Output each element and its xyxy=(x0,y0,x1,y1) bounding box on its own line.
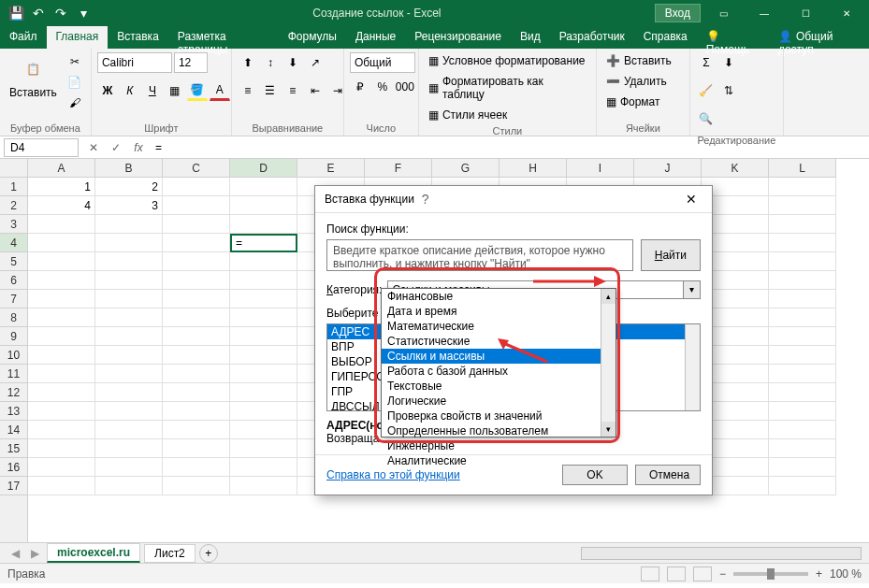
dropdown-item[interactable]: Логические xyxy=(382,394,616,409)
cell[interactable] xyxy=(95,252,163,271)
horizontal-scrollbar[interactable] xyxy=(581,547,862,560)
cell[interactable] xyxy=(163,402,230,421)
chevron-down-icon[interactable]: ▾ xyxy=(683,281,700,298)
orientation-icon[interactable]: ↗ xyxy=(305,52,326,73)
close-window-icon[interactable]: ✕ xyxy=(828,0,865,26)
row-header[interactable]: 15 xyxy=(0,439,27,458)
row-header[interactable]: 11 xyxy=(0,365,27,383)
cell[interactable] xyxy=(163,327,230,346)
cell[interactable] xyxy=(163,477,230,495)
format-painter-icon[interactable]: 🖌 xyxy=(65,93,85,112)
find-icon[interactable]: 🔍 xyxy=(696,108,717,129)
qat-customize-icon[interactable]: ▾ xyxy=(73,3,94,23)
find-button[interactable]: Найти xyxy=(641,239,701,271)
col-header[interactable]: G xyxy=(432,159,500,177)
cell[interactable] xyxy=(769,215,836,234)
col-header[interactable]: K xyxy=(702,159,769,177)
row-header[interactable]: 13 xyxy=(0,402,27,421)
cell[interactable] xyxy=(769,252,836,271)
cell[interactable] xyxy=(28,308,95,327)
search-function-input[interactable]: Введите краткое описание действия, котор… xyxy=(326,239,633,271)
col-header[interactable]: F xyxy=(365,159,432,177)
save-icon[interactable]: 💾 xyxy=(6,3,26,23)
align-bottom-icon[interactable]: ⬇ xyxy=(282,52,303,73)
fill-color-button[interactable]: 🪣 xyxy=(187,80,208,101)
function-list-scrollbar[interactable] xyxy=(685,324,700,410)
row-header[interactable]: 3 xyxy=(0,215,27,234)
dropdown-scrollbar[interactable]: ▴ ▾ xyxy=(601,289,616,437)
sheet-nav-prev-icon[interactable]: ◀ xyxy=(7,547,23,560)
cell[interactable] xyxy=(769,402,836,421)
tab-help[interactable]: Справка xyxy=(634,26,697,49)
cell[interactable] xyxy=(95,402,163,421)
cell[interactable] xyxy=(28,365,95,383)
font-name-select[interactable] xyxy=(97,52,172,73)
cell[interactable] xyxy=(769,421,836,439)
cell[interactable] xyxy=(769,178,836,196)
indent-decrease-icon[interactable]: ⇤ xyxy=(305,80,326,101)
cell[interactable] xyxy=(28,421,95,439)
cell[interactable] xyxy=(230,178,297,196)
cell[interactable] xyxy=(163,271,230,290)
copy-icon[interactable]: 📄 xyxy=(65,73,85,92)
row-header[interactable]: 14 xyxy=(0,421,27,439)
sheet-tab-2[interactable]: Лист2 xyxy=(144,544,196,563)
select-all-corner[interactable] xyxy=(0,159,28,178)
cell[interactable] xyxy=(230,346,297,365)
cell[interactable] xyxy=(769,439,836,458)
underline-button[interactable]: Ч xyxy=(142,80,163,101)
cell[interactable] xyxy=(163,458,230,477)
cell[interactable] xyxy=(28,383,95,402)
cell[interactable] xyxy=(95,234,163,252)
cut-icon[interactable]: ✂ xyxy=(65,52,85,71)
cell[interactable] xyxy=(230,252,297,271)
cell[interactable] xyxy=(95,327,163,346)
row-header[interactable]: 7 xyxy=(0,290,27,308)
login-button[interactable]: Вход xyxy=(655,4,701,22)
cell[interactable] xyxy=(28,215,95,234)
tab-insert[interactable]: Вставка xyxy=(108,26,168,49)
align-top-icon[interactable]: ⬆ xyxy=(238,52,258,73)
cell[interactable] xyxy=(230,421,297,439)
cell[interactable] xyxy=(28,290,95,308)
minimize-icon[interactable]: — xyxy=(746,0,783,26)
paste-button[interactable]: 📋 Вставить xyxy=(6,52,61,101)
scroll-up-icon[interactable]: ▴ xyxy=(601,289,616,304)
row-header[interactable]: 2 xyxy=(0,196,27,215)
col-header[interactable]: B xyxy=(95,159,163,177)
redo-icon[interactable]: ↷ xyxy=(51,3,71,23)
cell[interactable] xyxy=(769,458,836,477)
cell[interactable] xyxy=(230,458,297,477)
cell[interactable] xyxy=(95,458,163,477)
cancel-edit-icon[interactable]: ✕ xyxy=(82,138,105,157)
cell[interactable] xyxy=(95,215,163,234)
cell[interactable] xyxy=(163,234,230,252)
cell[interactable] xyxy=(163,421,230,439)
cell[interactable] xyxy=(95,308,163,327)
active-cell[interactable]: = xyxy=(230,234,297,252)
cell[interactable] xyxy=(95,290,163,308)
dropdown-item[interactable]: Математические xyxy=(382,319,616,334)
dialog-help-icon[interactable]: ? xyxy=(414,192,437,207)
cell[interactable] xyxy=(230,383,297,402)
enter-edit-icon[interactable]: ✓ xyxy=(105,138,127,157)
row-header[interactable]: 1 xyxy=(0,178,27,196)
dropdown-item[interactable]: Инженерные xyxy=(382,438,616,453)
align-left-icon[interactable]: ≡ xyxy=(238,80,258,101)
col-header[interactable]: E xyxy=(297,159,365,177)
row-header[interactable]: 12 xyxy=(0,383,27,402)
ribbon-display-icon[interactable]: ▭ xyxy=(704,0,742,26)
percent-icon[interactable]: % xyxy=(372,77,393,97)
align-right-icon[interactable]: ≡ xyxy=(282,80,303,101)
sheet-nav-next-icon[interactable]: ▶ xyxy=(27,547,43,560)
cell[interactable] xyxy=(769,327,836,346)
autosum-icon[interactable]: Σ xyxy=(696,52,717,73)
cell[interactable] xyxy=(769,234,836,252)
cell[interactable] xyxy=(28,327,95,346)
cell[interactable] xyxy=(163,308,230,327)
help-link[interactable]: Справка по этой функции xyxy=(326,468,555,481)
cell[interactable] xyxy=(28,458,95,477)
cell[interactable] xyxy=(163,290,230,308)
tab-review[interactable]: Рецензирование xyxy=(405,26,511,49)
font-color-button[interactable]: A xyxy=(210,80,230,101)
